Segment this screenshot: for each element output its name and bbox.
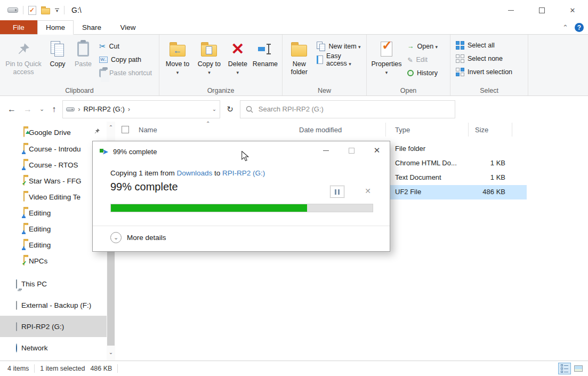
tab-share[interactable]: Share <box>74 20 110 34</box>
help-button[interactable]: ? <box>575 23 584 32</box>
select-none-button[interactable]: Select none <box>456 53 512 64</box>
navigation-pane: Google Drive Course - Introdu Course - R… <box>0 122 107 361</box>
search-input[interactable] <box>259 105 449 113</box>
large-icons-view-button[interactable] <box>572 363 585 374</box>
column-header-name[interactable]: Name <box>139 126 157 134</box>
forward-button[interactable]: → <box>23 105 32 114</box>
sidebar-item-editing-1[interactable]: Editing <box>0 205 107 221</box>
dialog-minimize-button[interactable] <box>313 141 339 159</box>
divider <box>23 6 23 14</box>
easy-access-icon <box>317 55 323 64</box>
sidebar-item-google-drive[interactable]: Google Drive <box>0 124 107 141</box>
delete-button[interactable]: ✕ Delete▾ <box>225 37 251 78</box>
shared-folder-icon <box>23 145 25 153</box>
easy-access-button[interactable]: Easy access ▾ <box>317 54 361 65</box>
column-header-type[interactable]: Type <box>395 126 410 134</box>
copy-button[interactable]: Copy <box>45 37 70 69</box>
copy-path-button[interactable]: W.. Copy path <box>99 54 152 65</box>
new-folder-icon <box>291 39 307 59</box>
pause-button[interactable] <box>330 186 344 198</box>
mouse-cursor <box>241 151 249 163</box>
quick-access-toolbar: ▾ G:\ <box>0 6 82 15</box>
rename-button[interactable]: Rename <box>251 37 280 69</box>
pin-to-quick-access-button[interactable]: Pin to Quick access <box>2 37 45 77</box>
select-all-checkbox[interactable] <box>122 126 129 133</box>
details-view-button[interactable] <box>558 363 571 374</box>
close-button[interactable]: ✕ <box>557 0 588 20</box>
select-all-button[interactable]: Select all <box>456 40 512 51</box>
cut-button[interactable]: ✂ Cut <box>99 41 152 52</box>
item-count: 4 items <box>0 364 34 373</box>
sidebar-item-npcs[interactable]: ✓ NPCs <box>0 253 107 269</box>
breadcrumb-separator: › <box>128 105 130 113</box>
move-to-button[interactable]: ← Move to ▾ <box>162 37 194 78</box>
history-button[interactable]: History <box>407 68 438 78</box>
tab-file[interactable]: File <box>0 20 37 34</box>
sidebar-item-external-backup[interactable]: External - Backup (F:) <box>0 294 107 316</box>
paste-shortcut-button[interactable]: Paste shortcut <box>99 68 152 78</box>
search-box[interactable] <box>240 100 455 118</box>
column-header-size[interactable]: Size <box>475 126 488 134</box>
edit-button[interactable]: ✎ Edit <box>407 54 438 65</box>
synced-folder-icon: ✓ <box>23 257 25 265</box>
status-bar: 4 items 1 item selected 486 KB <box>0 361 588 376</box>
address-bar[interactable]: › RPI-RP2 (G:) › ⌄ <box>62 100 220 118</box>
sidebar-item-network[interactable]: Network <box>0 337 107 358</box>
copy-to-button[interactable]: Copy to ▾ <box>194 37 225 78</box>
source-folder-link[interactable]: Downloads <box>177 169 213 177</box>
refresh-button[interactable]: ↻ <box>220 105 240 114</box>
tab-home[interactable]: Home <box>37 20 74 35</box>
sidebar-item-course-rtos[interactable]: Course - RTOS <box>0 157 107 173</box>
open-button[interactable]: → Open ▾ <box>407 41 438 52</box>
up-button[interactable]: ↑ <box>52 105 56 114</box>
ribbon-group-open: ✓ Properties▾ → Open ▾ ✎ Edit History Op… <box>367 35 450 95</box>
pause-icon <box>335 189 336 195</box>
scroll-down-arrow[interactable]: ⌄ <box>107 348 115 356</box>
invert-selection-button[interactable]: Invert selection <box>456 67 512 77</box>
progress-bar <box>110 204 373 212</box>
cut-icon: ✂ <box>99 42 106 51</box>
breadcrumb-separator: › <box>78 105 80 113</box>
shared-folder-icon <box>23 209 25 217</box>
sidebar-item-editing-3[interactable]: Editing <box>0 237 107 253</box>
customize-qat-dropdown[interactable]: ▾ <box>55 9 59 12</box>
column-header-date-modified[interactable]: Date modified <box>299 126 342 134</box>
drive-icon <box>16 323 17 331</box>
minimize-button[interactable] <box>495 0 526 20</box>
search-icon <box>246 106 253 113</box>
back-button[interactable]: ← <box>7 105 16 114</box>
collapse-ribbon-button[interactable]: ⌃ <box>562 23 568 31</box>
dialog-maximize-button[interactable] <box>339 141 364 159</box>
sidebar-item-star-wars-ffg[interactable]: ✓ Star Wars - FFG <box>0 173 107 189</box>
sidebar-item-rpi-rp2[interactable]: RPI-RP2 (G:) <box>0 316 107 337</box>
dialog-close-button[interactable]: ✕ <box>364 141 390 159</box>
group-label-new: New <box>283 87 366 94</box>
group-label-clipboard: Clipboard <box>0 87 159 94</box>
cancel-copy-button[interactable]: ✕ <box>363 187 373 195</box>
breadcrumb-drive[interactable]: RPI-RP2 (G:) <box>84 105 125 113</box>
properties-button[interactable]: ✓ Properties▾ <box>369 37 404 78</box>
recent-locations-chevron[interactable]: ⌄ <box>39 106 44 113</box>
paste-button[interactable]: Paste <box>70 37 96 69</box>
scroll-up-arrow[interactable]: ⌃ <box>107 123 115 131</box>
address-dropdown-chevron[interactable]: ⌄ <box>212 106 216 112</box>
tab-view[interactable]: View <box>110 20 146 34</box>
new-folder-button[interactable]: New folder <box>285 37 313 77</box>
sidebar-item-this-pc[interactable]: This PC <box>0 273 107 294</box>
new-item-button[interactable]: New item ▾ <box>317 41 361 52</box>
close-icon: ✕ <box>374 146 381 155</box>
sidebar-item-course-introduction[interactable]: Course - Introdu <box>0 141 107 157</box>
sidebar-item-editing-2[interactable]: Editing <box>0 221 107 237</box>
sidebar-item-video-editing[interactable]: Video Editing Te <box>0 189 107 205</box>
open-icon: → <box>407 43 414 50</box>
paste-shortcut-icon <box>99 69 106 77</box>
new-folder-qat-icon[interactable] <box>41 8 50 14</box>
destination-folder-link[interactable]: RPI-RP2 (G:) <box>222 169 265 177</box>
rename-icon <box>257 39 272 59</box>
properties-qat-icon[interactable] <box>28 6 36 15</box>
more-details-button[interactable]: ⌄ More details <box>110 232 166 243</box>
maximize-button[interactable] <box>526 0 557 20</box>
copy-to-icon <box>201 39 217 59</box>
address-drive-icon <box>66 107 75 111</box>
window-title: G:\ <box>71 6 82 14</box>
